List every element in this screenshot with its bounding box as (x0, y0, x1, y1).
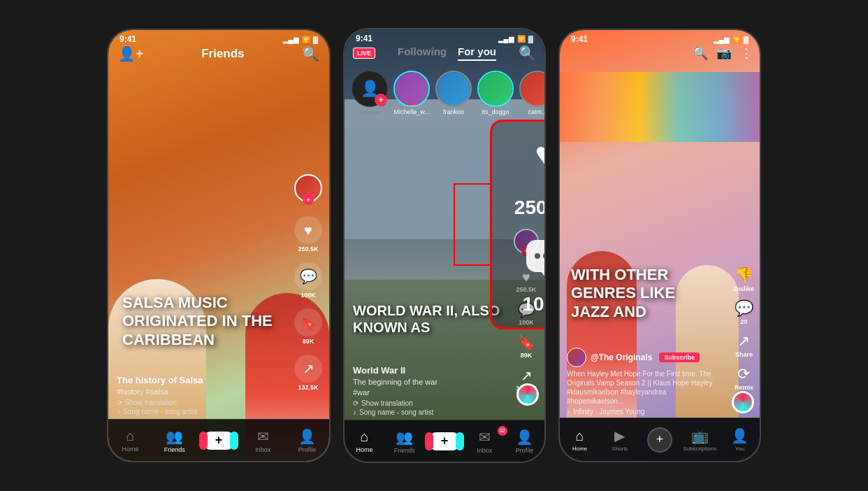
status-time-center: 9:41 (356, 34, 372, 43)
add-friend-icon[interactable]: 👤+ (118, 45, 144, 62)
yt-nav-subscriptions[interactable]: 📺 Subscriptions (680, 427, 720, 452)
battery-icon-right: ▓ (744, 36, 748, 43)
search-icon-right[interactable]: 🔍 (693, 45, 708, 61)
add-btn-left[interactable]: + (205, 432, 233, 450)
nav-friends-left[interactable]: 👥 Friends (152, 428, 196, 453)
story-item-4[interactable]: catm... (519, 71, 544, 115)
yt-nav-add[interactable]: + (639, 427, 679, 453)
story-avatar-2 (435, 71, 472, 107)
remix-icon: ⟳ (737, 365, 750, 383)
nav-profile-left[interactable]: 👤 Profile (285, 428, 329, 453)
right-dislike-btn[interactable]: 👎 Dislike (734, 266, 754, 292)
dislike-icon: 👎 (735, 266, 753, 285)
center-planes (345, 99, 544, 239)
nav-profile-center[interactable]: 👤 Profile (505, 429, 544, 454)
center-right-sidebar: + ♥ 250.5K 💬 100K 🔖 89K ↗ 132.5K (514, 229, 539, 392)
create-circle: 👤 + (352, 71, 388, 107)
left-bottom-info: The history of Salsa #history #salsa ⟳ S… (117, 375, 291, 415)
story-avatar-4 (519, 71, 544, 107)
wifi-icon: 🛜 (302, 36, 310, 43)
center-bookmark-btn[interactable]: 🔖 89K (518, 334, 535, 359)
search-icon-center[interactable]: 🔍 (519, 45, 536, 62)
center-avatar-item[interactable]: + (514, 229, 539, 254)
left-share-count: 132.5K (298, 384, 318, 391)
center-header: LIVE Following For you 🔍 (345, 45, 544, 62)
signal-icon: ▂▄▆ (283, 36, 299, 43)
right-subscribe-btn[interactable]: Subscribe (659, 353, 700, 362)
status-icons-right: ▂▄▆ 🛜 ▓ (714, 36, 748, 43)
share-icon-right: ↗ (737, 332, 750, 350)
center-video-text: WORLD WAR II, ALSO KNOWN AS (353, 302, 502, 336)
center-record-disc (516, 383, 539, 406)
yt-nav-shorts[interactable]: ▶ Shorts (600, 427, 639, 452)
left-bookmark-btn[interactable]: 🔖 89K (294, 308, 322, 345)
nav-friends-center[interactable]: 👥 Friends (384, 429, 424, 454)
wifi-icon-center: 🛜 (517, 35, 526, 43)
story-item-1[interactable]: LIVE Michelle_w... (393, 71, 430, 115)
nav-home-left[interactable]: ⌂ Home (108, 428, 152, 453)
right-comment-btn[interactable]: 💬 20 (735, 299, 753, 325)
camera-icon-right[interactable]: 📷 (716, 45, 732, 61)
right-channel-avatar (567, 348, 586, 367)
left-share-btn[interactable]: ↗ 132.5K (294, 355, 322, 391)
story-avatar-inner-3 (479, 72, 512, 106)
center-phone: 9:41 ▂▄▆ 🛜 ▓ LIVE Following For you 🔍 👤 … (343, 28, 546, 463)
add-btn-center[interactable]: + (431, 432, 458, 450)
nav-profile-label-left: Profile (298, 446, 317, 453)
yt-nav-you[interactable]: 👤 You (720, 427, 760, 452)
right-bottom-nav: ⌂ Home ▶ Shorts + 📺 Subscriptions 👤 You (560, 418, 760, 461)
bookmark-icon-center: 🔖 (518, 334, 535, 351)
left-tags: #history #salsa (117, 387, 291, 396)
center-like-btn[interactable]: ♥ 250.5K (516, 269, 536, 293)
story-item-2[interactable]: frankoo (435, 71, 472, 115)
nav-home-label-center: Home (356, 446, 373, 453)
comment-icon-center: 💬 (518, 301, 535, 318)
center-avatar: + (514, 229, 539, 254)
nav-inbox-center[interactable]: ✉ 12 Inbox (465, 429, 505, 454)
story-live-badge-1: LIVE (404, 104, 419, 107)
yt-shorts-icon: ▶ (614, 427, 625, 444)
create-story-item[interactable]: 👤 + Create (352, 71, 388, 115)
center-translation[interactable]: ⟳ Show translation (353, 399, 506, 407)
yt-nav-home[interactable]: ⌂ Home (560, 428, 600, 452)
left-like-btn[interactable]: ♥ 250.5K (294, 216, 322, 252)
nav-home-center[interactable]: ⌂ Home (345, 429, 384, 453)
left-comment-btn[interactable]: 💬 100K (294, 262, 322, 299)
story-item-3[interactable]: its_doggo (477, 71, 514, 115)
right-share-label: Share (735, 351, 753, 358)
heart-icon-center: ♥ (522, 269, 530, 285)
home-icon-center: ⌂ (361, 429, 369, 445)
center-song: ♪ Song name - song artist (353, 408, 506, 416)
inbox-badge-center: 12 (498, 426, 507, 436)
friends-icon-center: 👥 (396, 429, 413, 446)
share-icon-center: ↗ (521, 367, 533, 384)
nav-profile-label-center: Profile (516, 447, 534, 454)
right-record-disc (732, 391, 754, 413)
live-btn[interactable]: LIVE (353, 48, 375, 59)
left-avatar-btn[interactable]: + (294, 174, 322, 202)
center-comment-btn[interactable]: 💬 100K (518, 301, 535, 326)
more-icon-right[interactable]: ⋮ (740, 45, 753, 61)
home-icon-left: ⌂ (126, 428, 135, 444)
center-bottom-info: World War II The beginning of the war #w… (353, 365, 506, 416)
battery-icon: ▓ (313, 36, 318, 43)
story-name-4: catm... (528, 108, 544, 115)
tab-following[interactable]: Following (398, 45, 447, 61)
tab-for-you[interactable]: For you (458, 45, 496, 61)
right-remix-btn[interactable]: ⟳ Remix (735, 365, 753, 391)
right-dislike-label: Dislike (734, 285, 754, 292)
right-share-btn[interactable]: ↗ Share (735, 332, 753, 358)
nav-home-label-left: Home (122, 446, 139, 453)
nav-add-center[interactable]: + (424, 432, 464, 450)
inbox-icon-center: ✉ (479, 429, 491, 446)
center-channel: World War II (353, 365, 506, 376)
status-time-right: 9:41 (571, 34, 588, 44)
left-translation[interactable]: ⟳ Show translation (117, 399, 291, 406)
nav-inbox-left[interactable]: ✉ Inbox (241, 428, 285, 453)
signal-icon-center: ▂▄▆ (498, 35, 514, 43)
story-name-2: frankoo (443, 108, 464, 115)
status-icons-center: ▂▄▆ 🛜 ▓ (498, 35, 533, 43)
yt-add-btn[interactable]: + (647, 427, 672, 453)
nav-add-left[interactable]: + (196, 432, 240, 450)
search-icon-left[interactable]: 🔍 (302, 45, 319, 62)
